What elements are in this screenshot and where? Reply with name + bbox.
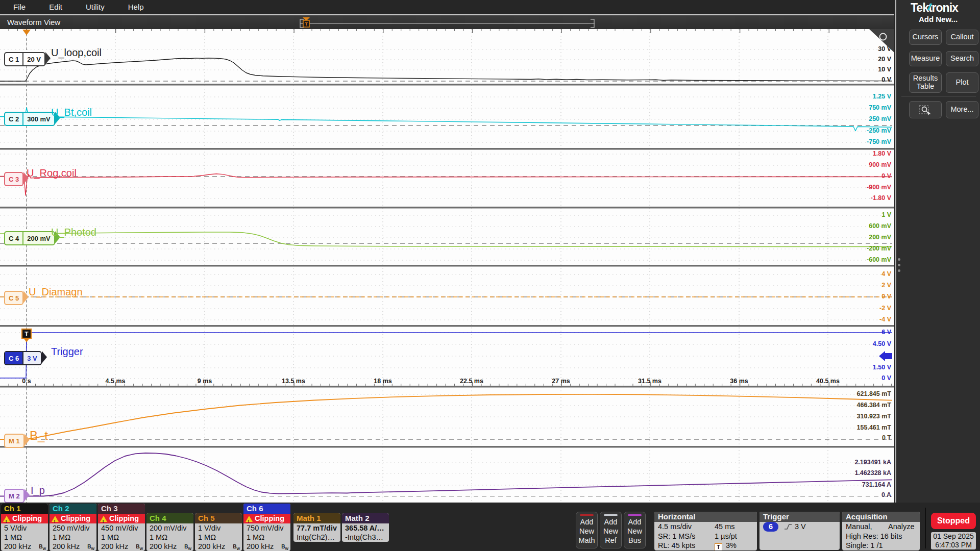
waveform-plot[interactable]: T30 V20 V10 V0 VC 120 VU_loop,coil1.25 V… [0, 29, 894, 503]
horizontal-trigger-pos: T 3% [715, 541, 737, 550]
channel-settings-badge-ch1[interactable]: Ch 1Clipping!5 V/div1 MΩ200 kHzBW [1, 504, 48, 551]
trigger-panel[interactable]: Trigger6 3 V [760, 512, 840, 550]
trace-name-c6[interactable]: Trigger [51, 346, 83, 358]
scale-label-m2-2: 731.164 A [862, 481, 891, 488]
math-badge-math2[interactable]: Math 2365.58 A/…-Intg(Ch3… [342, 513, 389, 542]
scale-label-c5-3: -2 V [879, 305, 891, 312]
badge-row: 200 kHzBW [243, 542, 290, 551]
channel-settings-badge-ch5[interactable]: Ch 51 V/div1 MΩ200 kHzBW [195, 513, 242, 551]
channel-badge-c4[interactable]: C 4200 mV [4, 231, 55, 245]
sidebar-button-results-table[interactable]: Results Table [909, 72, 942, 93]
oscilloscope-app: FileEditUtilityHelp Waveform View T T30 … [0, 0, 980, 551]
splitter-grip-dot[interactable] [898, 269, 900, 272]
sidebar-button-zoom-select[interactable] [909, 101, 942, 118]
math-badge-math1[interactable]: Math 177.7 mT/divIntg(Ch2)… [293, 513, 340, 542]
channel-badge-m1[interactable]: M 1 [4, 434, 24, 448]
badge-cell: C 5 [5, 292, 22, 304]
add-new-ref-button[interactable]: AddNewRef [600, 512, 622, 548]
trace-name-m1[interactable]: B_t [30, 429, 48, 443]
horizontal-title: Horizontal [654, 512, 757, 522]
time-label-8: 36 ms [716, 378, 762, 385]
waveform-view-titlebar[interactable]: Waveform View T [0, 14, 894, 29]
time-label-6: 27 ms [538, 378, 584, 385]
badge-header: Ch 5 [195, 513, 242, 523]
run-stop-status[interactable]: Stopped [931, 513, 976, 529]
menu-file[interactable]: File [13, 3, 26, 11]
scale-label-c1-1: 20 V [878, 56, 891, 63]
scale-label-c3-0: 1.80 V [873, 150, 891, 157]
button-line: New [576, 527, 597, 536]
add-new-heading: Add New... [896, 15, 980, 23]
trace-name-c1[interactable]: U_loop,coil [51, 47, 102, 59]
badge-row: 77.7 mT/div [293, 523, 340, 533]
clipping-warning: Clipping! [98, 514, 145, 523]
scale-label-c2-3: -250 mV [867, 127, 891, 134]
trace-name-c3[interactable]: U_Rog,coil [27, 167, 77, 179]
trigger-top-marker [22, 30, 31, 35]
time-label-7: 31.5 ms [627, 378, 673, 385]
menu-help[interactable]: Help [128, 3, 144, 11]
badge-row: 200 kHzBW [146, 542, 193, 551]
scale-label-c4-4: -600 mV [867, 256, 891, 263]
channel-badge-c1[interactable]: C 120 V [4, 52, 45, 66]
channel-badge-m2[interactable]: M 2 [4, 489, 24, 503]
bandwidth-indicator: BW [281, 542, 288, 551]
channel-badge-c2[interactable]: C 2300 mV [4, 112, 55, 126]
clipping-warning: Clipping! [50, 514, 96, 523]
add-new-bus-button[interactable]: AddNewBus [624, 512, 646, 548]
trigger-position-icon: T [715, 543, 722, 550]
splitter-grip-dot[interactable] [898, 264, 900, 266]
sidebar-button-measure[interactable]: Measure [909, 51, 942, 66]
badge-cell: C 1 [5, 53, 22, 65]
sidebar-button-callout[interactable]: Callout [946, 30, 978, 45]
trigger-source-badge: 6 [763, 522, 778, 532]
channel-badge-c6[interactable]: C 63 V [4, 351, 42, 365]
trace-name-c4[interactable]: U_Photod [51, 227, 96, 238]
scale-label-m2-1: 1.462328 kA [854, 469, 891, 477]
button-line: Add [624, 517, 645, 527]
scale-label-m2-0: 2.193491 kA [854, 459, 891, 466]
separator [925, 508, 926, 548]
badge-row: 1 V/div [195, 523, 242, 533]
menu-edit[interactable]: Edit [49, 3, 62, 11]
button-color-stripe [580, 514, 594, 516]
scale-label-c4-2: 200 mV [869, 234, 891, 241]
button-line: New [600, 527, 621, 536]
badge-arrow [42, 351, 47, 363]
time-label-2: 9 ms [182, 378, 228, 385]
badge-cell: 300 mV [22, 113, 54, 125]
splitter-grip-dot[interactable] [898, 258, 900, 261]
trace-name-m2[interactable]: I_p [31, 485, 45, 496]
channel-settings-badge-ch2[interactable]: Ch 2Clipping!250 mV/div1 MΩ200 kHzBW [50, 504, 96, 551]
badge-header: Ch 3 [98, 504, 145, 514]
badge-row: 365.58 A/… [342, 523, 389, 533]
sidebar-button-search[interactable]: Search [946, 51, 978, 66]
tektronix-logo: Tektronix [911, 1, 958, 15]
waveform-view-title: Waveform View [7, 18, 60, 27]
menu-utility[interactable]: Utility [86, 3, 105, 11]
sidebar-button-plot[interactable]: Plot [946, 72, 978, 93]
horizontal-panel[interactable]: Horizontal4.5 ms/div45 msSR: 1 MS/s1 µs/… [654, 512, 757, 550]
channel-badge-c3[interactable]: C 3 [4, 172, 23, 186]
badge-header: Ch 4 [146, 513, 193, 523]
scale-label-c2-1: 750 mV [869, 104, 891, 111]
scale-label-m1-2: 310.923 mT [857, 413, 891, 420]
channel-settings-badge-ch4[interactable]: Ch 4200 mV/div1 MΩ200 kHzBW [146, 513, 193, 551]
scale-label-c6-3: 1.50 V [873, 364, 891, 371]
badge-row: 200 kHzBW [98, 542, 145, 551]
zoom-select-icon [919, 104, 932, 115]
acquisition-panel[interactable]: AcquisitionManual,AnalyzeHigh Res: 16 bi… [842, 512, 920, 550]
channel-settings-badge-ch3[interactable]: Ch 3Clipping!450 mV/div1 MΩ200 kHzBW [98, 504, 145, 551]
sidebar-button-cursors[interactable]: Cursors [909, 30, 942, 45]
trace-name-c2[interactable]: U_Bt,coil [51, 107, 92, 118]
button-line: Bus [624, 536, 645, 545]
channel-settings-badge-ch6[interactable]: Ch 6Clipping!750 mV/div1 MΩ200 kHzBW [243, 504, 290, 551]
sidebar-button-more[interactable]: More... [946, 101, 978, 118]
add-new-math-button[interactable]: AddNewMath [576, 512, 598, 548]
scale-label-m1-1: 466.384 mT [857, 402, 891, 409]
badge-row: 200 kHzBW [1, 542, 48, 551]
scale-label-c5-4: -4 V [879, 316, 891, 323]
trace-name-c5[interactable]: U_Diamagn [29, 286, 83, 298]
acquisition-preview[interactable]: T [296, 17, 598, 29]
channel-badge-c5[interactable]: C 5 [4, 291, 23, 305]
